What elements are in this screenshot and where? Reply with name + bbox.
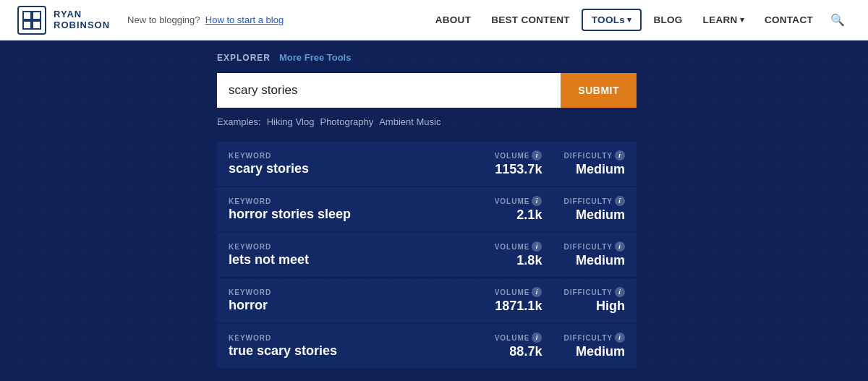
example-photography[interactable]: Photography [320, 116, 373, 127]
volume-value-3: 1871.1k [495, 299, 542, 314]
explorer-bar: EXPLORER More Free Tools [14, 52, 854, 63]
difficulty-info-icon-0[interactable]: i [615, 150, 625, 160]
result-difficulty-0: DIFFICULTY i Medium [563, 150, 625, 177]
difficulty-value-1: Medium [563, 207, 625, 223]
logo-line1: RYAN [54, 9, 110, 20]
logo-line2: ROBINSON [54, 20, 110, 30]
volume-info-icon-1[interactable]: i [532, 196, 542, 206]
volume-label-3: VOLUME i [495, 287, 542, 297]
table-row: KEYWORD true scary stories VOLUME i 88.7… [217, 324, 637, 368]
difficulty-value-2: Medium [563, 253, 625, 268]
result-keyword-label-1: KEYWORD [229, 197, 351, 205]
example-hiking[interactable]: Hiking Vlog [267, 116, 315, 127]
svg-rect-1 [33, 12, 41, 20]
volume-value-4: 88.7k [495, 344, 542, 359]
result-volume-1: VOLUME i 2.1k [495, 196, 542, 223]
search-input[interactable]: scary stories [217, 73, 561, 108]
result-keyword-label-0: KEYWORD [229, 152, 309, 160]
result-volume-4: VOLUME i 88.7k [495, 333, 542, 359]
result-left-2: KEYWORD lets not meet [229, 243, 309, 267]
volume-label-4: VOLUME i [495, 333, 542, 343]
result-right-0: VOLUME i 1153.7k DIFFICULTY i Medium [495, 150, 625, 177]
table-row: KEYWORD horror stories sleep VOLUME i 2.… [217, 187, 637, 231]
result-left-0: KEYWORD scary stories [229, 152, 309, 176]
table-row: KEYWORD scary stories VOLUME i 1153.7k D… [217, 142, 637, 186]
result-keyword-value-4: true scary stories [229, 343, 337, 359]
result-volume-0: VOLUME i 1153.7k [495, 150, 542, 177]
submit-button[interactable]: SUBMIT [561, 73, 637, 108]
logo-text: RYAN ROBINSON [54, 9, 110, 30]
nav-about[interactable]: ABOUT [427, 10, 480, 30]
more-tools-link[interactable]: More Free Tools [279, 52, 351, 63]
volume-label-2: VOLUME i [495, 241, 542, 252]
volume-info-icon-3[interactable]: i [532, 287, 542, 297]
svg-rect-2 [23, 21, 31, 29]
tagline-link[interactable]: How to start a blog [205, 14, 284, 25]
difficulty-label-0: DIFFICULTY i [563, 150, 625, 160]
svg-rect-3 [33, 21, 41, 29]
result-keyword-label-3: KEYWORD [229, 288, 271, 296]
result-left-3: KEYWORD horror [229, 288, 271, 313]
nav-tools[interactable]: TOOLs [582, 9, 642, 31]
search-icon[interactable]: 🔍 [825, 9, 851, 31]
volume-value-0: 1153.7k [495, 162, 542, 177]
result-volume-3: VOLUME i 1871.1k [495, 287, 542, 314]
difficulty-value-3: High [563, 299, 625, 314]
volume-value-2: 1.8k [495, 253, 542, 268]
volume-info-icon-4[interactable]: i [532, 333, 542, 343]
result-difficulty-1: DIFFICULTY i Medium [563, 196, 625, 223]
result-keyword-value-2: lets not meet [229, 252, 309, 267]
results-list: KEYWORD scary stories VOLUME i 1153.7k D… [217, 142, 637, 368]
nav-blog[interactable]: BLOG [644, 10, 691, 30]
examples-label: Examples: [217, 116, 261, 127]
result-keyword-value-3: horror [229, 298, 271, 313]
logo-icon [17, 6, 46, 35]
explorer-label: EXPLORER [217, 53, 271, 63]
difficulty-value-4: Medium [563, 344, 625, 359]
result-difficulty-3: DIFFICULTY i High [563, 287, 625, 314]
tagline-prefix: New to blogging? [127, 14, 200, 25]
result-left-1: KEYWORD horror stories sleep [229, 197, 351, 222]
difficulty-info-icon-1[interactable]: i [615, 196, 625, 206]
result-right-2: VOLUME i 1.8k DIFFICULTY i Medium [495, 241, 625, 268]
result-left-4: KEYWORD true scary stories [229, 334, 337, 359]
difficulty-label-3: DIFFICULTY i [563, 287, 625, 297]
examples: Examples: Hiking Vlog Photography Ambien… [217, 116, 854, 127]
main-content: EXPLORER More Free Tools scary stories S… [0, 40, 868, 381]
volume-value-1: 2.1k [495, 207, 542, 223]
difficulty-label-1: DIFFICULTY i [563, 196, 625, 206]
table-row: KEYWORD horror VOLUME i 1871.1k DIFFICUL… [217, 278, 637, 322]
result-right-4: VOLUME i 88.7k DIFFICULTY i Medium [495, 333, 625, 359]
main-nav: ABOUT BEST CONTENT TOOLs BLOG LEARN CONT… [427, 9, 851, 31]
result-difficulty-4: DIFFICULTY i Medium [563, 333, 625, 359]
nav-contact[interactable]: CONTACT [756, 10, 822, 30]
volume-info-icon-0[interactable]: i [532, 150, 542, 160]
volume-label-1: VOLUME i [495, 196, 542, 206]
result-difficulty-2: DIFFICULTY i Medium [563, 241, 625, 268]
result-right-1: VOLUME i 2.1k DIFFICULTY i Medium [495, 196, 625, 223]
result-keyword-label-4: KEYWORD [229, 334, 337, 342]
table-row: KEYWORD lets not meet VOLUME i 1.8k DIFF… [217, 233, 637, 277]
nav-best-content[interactable]: BEST CONTENT [482, 10, 579, 30]
result-keyword-value-1: horror stories sleep [229, 207, 351, 222]
result-keyword-label-2: KEYWORD [229, 243, 309, 251]
search-form: scary stories SUBMIT [217, 73, 637, 108]
difficulty-info-icon-4[interactable]: i [615, 333, 625, 343]
header: RYAN ROBINSON New to blogging? How to st… [0, 0, 868, 40]
difficulty-value-0: Medium [563, 162, 625, 177]
logo[interactable]: RYAN ROBINSON [17, 6, 110, 35]
volume-label-0: VOLUME i [495, 150, 542, 160]
svg-rect-0 [23, 12, 31, 20]
difficulty-info-icon-3[interactable]: i [615, 287, 625, 297]
nav-learn[interactable]: LEARN [694, 10, 753, 30]
volume-info-icon-2[interactable]: i [532, 241, 542, 252]
tagline: New to blogging? How to start a blog [127, 14, 284, 25]
difficulty-info-icon-2[interactable]: i [615, 241, 625, 252]
difficulty-label-4: DIFFICULTY i [563, 333, 625, 343]
result-right-3: VOLUME i 1871.1k DIFFICULTY i High [495, 287, 625, 314]
example-ambient[interactable]: Ambient Music [379, 116, 441, 127]
difficulty-label-2: DIFFICULTY i [563, 241, 625, 252]
result-keyword-value-0: scary stories [229, 161, 309, 176]
result-volume-2: VOLUME i 1.8k [495, 241, 542, 268]
